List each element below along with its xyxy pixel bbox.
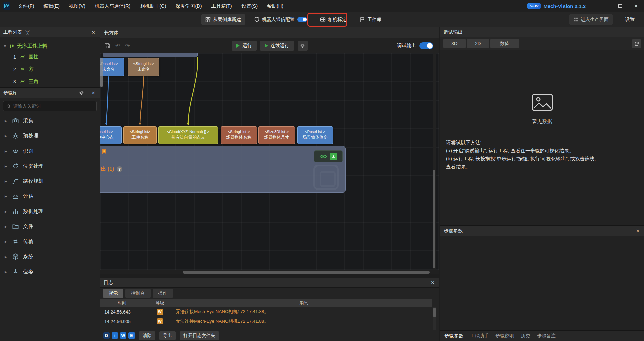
tab-history[interactable]: 历史 [521, 331, 530, 341]
menu-toolbox[interactable]: 工具箱(T) [207, 0, 237, 12]
filter-info-badge[interactable]: i [112, 332, 118, 339]
undo-icon[interactable]: ↶ [115, 42, 120, 49]
chevron-right-icon[interactable]: ▶ [5, 210, 8, 213]
gear-icon[interactable] [79, 90, 84, 95]
port-node-normal-cloud[interactable]: <Cloud(XYZ-Normal) [] > 带有法向量的点云 [158, 126, 218, 144]
robot-comm-toggle[interactable] [297, 17, 307, 22]
connection-line[interactable] [106, 76, 108, 123]
chevron-right-icon[interactable]: ▶ [5, 119, 8, 123]
clipped-node[interactable] [103, 53, 198, 57]
chevron-right-icon[interactable]: ▶ [5, 240, 8, 243]
filter-warning-badge[interactable]: W [120, 332, 126, 339]
project-item-triangle[interactable]: 3 三角 [0, 75, 100, 87]
chevron-down-icon[interactable]: ▼ [3, 44, 7, 48]
visualize-eye-icon[interactable] [320, 154, 327, 159]
port-node-workpiece-center[interactable]: <PoseList> 工件中心点 [100, 126, 122, 144]
project-item-cylinder[interactable]: 1 圆柱 [0, 51, 100, 63]
category-system[interactable]: ▶ 系统 [0, 249, 100, 264]
category-preprocess[interactable]: ▶ 预处理 [0, 128, 100, 144]
step-search-box[interactable] [3, 101, 97, 111]
canvas-horizontal-scrollbar[interactable] [100, 270, 439, 274]
scrollbar-thumb[interactable] [183, 271, 430, 274]
menu-camera-assist[interactable]: 相机助手(C) [135, 0, 171, 12]
scrollbar-thumb[interactable] [433, 170, 435, 268]
tab-project-assistant[interactable]: 工程助手 [470, 331, 489, 341]
continuous-run-button[interactable]: 连续运行 [260, 41, 294, 51]
run-settings-button[interactable] [298, 41, 308, 51]
settings-button[interactable]: 设置 [620, 14, 639, 25]
chevron-right-icon[interactable]: ▶ [5, 255, 8, 259]
log-tab-vision[interactable]: 视觉 [103, 289, 123, 298]
port-node-poselist-unnamed[interactable]: <PoseList> 未命名 [100, 58, 124, 76]
scrollbar-thumb[interactable] [433, 308, 436, 317]
canvas-vertical-scrollbar[interactable] [433, 53, 436, 270]
step-run-download-icon[interactable] [330, 153, 337, 160]
category-pose[interactable]: ▶ 位姿 [0, 264, 100, 279]
project-root-item[interactable]: ▼ 无序工件上料 [0, 37, 100, 51]
port-node-scene-object-name[interactable]: <StringList-> 场景物体名称 [221, 126, 257, 144]
category-capture[interactable]: ▶ 采集 [0, 113, 100, 128]
camera-calibration-button[interactable]: 相机标定 [316, 14, 351, 25]
help-icon[interactable]: ? [25, 30, 30, 35]
graph-tab-title[interactable]: 长方体 [100, 27, 439, 38]
help-icon[interactable]: ? [117, 166, 122, 172]
search-input[interactable] [13, 104, 87, 109]
log-tab-operation[interactable]: 操作 [153, 289, 173, 298]
log-row[interactable]: 14:24:56.643 W 无法连接Mech-Eye NANO相机172.17… [100, 307, 432, 317]
filter-debug-badge[interactable]: D [103, 332, 110, 339]
output-step-node[interactable]: 输出 (1) ? [100, 146, 346, 193]
connection-line[interactable] [188, 57, 198, 123]
graph-canvas[interactable]: <PoseList> 未命名 <StringList> 未命名 <PoseLis… [100, 53, 439, 270]
port-node-stringlist-unnamed[interactable]: <StringList> 未命名 [128, 58, 159, 76]
pop-out-button[interactable] [632, 39, 641, 48]
chevron-right-icon[interactable]: ▶ [5, 150, 8, 153]
log-scrollbar[interactable] [433, 307, 436, 330]
category-path-planning[interactable]: ▶ 路径规划 [0, 174, 100, 189]
category-data-process[interactable]: ▶ 数据处理 [0, 204, 100, 219]
menu-file[interactable]: 文件(F) [13, 0, 39, 12]
view-value-button[interactable]: 数值 [490, 39, 519, 48]
new-from-case-button[interactable]: 从案例库新建 [201, 14, 245, 25]
close-icon[interactable]: ✕ [430, 280, 436, 285]
redo-icon[interactable]: ↷ [125, 42, 130, 49]
maximize-button[interactable] [612, 0, 628, 12]
save-icon[interactable] [104, 43, 110, 49]
chevron-right-icon[interactable]: ▶ [5, 225, 8, 228]
minimize-button[interactable] [596, 0, 612, 12]
port-node-scene-object-size[interactable]: <Size3DList-> 场景物体尺寸 [258, 126, 295, 144]
tab-step-description[interactable]: 步骤说明 [495, 331, 514, 341]
chevron-right-icon[interactable]: ▶ [5, 165, 8, 168]
category-file[interactable]: ▶ 文件 [0, 219, 100, 234]
menu-settings[interactable]: 设置(S) [237, 0, 262, 12]
menu-view[interactable]: 视图(V) [64, 0, 90, 12]
port-node-workpiece-name[interactable]: <StringList> 工件名称 [123, 126, 157, 144]
filter-error-badge[interactable]: E [128, 332, 135, 339]
workpiece-library-button[interactable]: 工件库 [356, 14, 385, 25]
canvas-left-scrollbar[interactable] [100, 58, 103, 87]
close-icon[interactable]: ✕ [635, 228, 641, 234]
menu-deep-learning[interactable]: 深度学习(D) [171, 0, 206, 12]
close-icon[interactable]: ✕ [90, 30, 96, 35]
category-pose-process[interactable]: ▶ 位姿处理 [0, 159, 100, 174]
view-2d-button[interactable]: 2D [467, 39, 489, 48]
category-evaluate[interactable]: ▶ 评估 [0, 189, 100, 204]
project-item-square[interactable]: 2 方 [0, 63, 100, 75]
log-tab-console[interactable]: 控制台 [125, 289, 151, 298]
chevron-right-icon[interactable]: ▶ [5, 195, 8, 198]
view-3d-button[interactable]: 3D [443, 39, 466, 48]
category-recognize[interactable]: ▶ 识别 [0, 144, 100, 159]
enter-production-button[interactable]: 进入生产界面 [569, 14, 613, 25]
chevron-right-icon[interactable]: ▶ [5, 134, 8, 138]
robot-comm-config-button[interactable]: 机器人通信配置 [250, 14, 311, 25]
export-log-button[interactable]: 导出 [159, 331, 176, 340]
run-button[interactable]: 运行 [232, 41, 257, 51]
menu-edit[interactable]: 编辑(E) [39, 0, 64, 12]
port-node-scene-object-pose[interactable]: <PoseList-> 场景物体位姿 [297, 126, 333, 144]
chevron-right-icon[interactable]: ▶ [5, 180, 8, 183]
chevron-right-icon[interactable]: ▶ [5, 270, 8, 274]
tab-step-parameters[interactable]: 步骤参数 [444, 331, 463, 341]
menu-robot-comm[interactable]: 机器人与通信(R) [90, 0, 135, 12]
log-row[interactable]: 14:24:56.905 W 无法连接Mech-Eye NANO相机172.17… [100, 317, 432, 326]
clear-log-button[interactable]: 清除 [139, 331, 155, 340]
open-log-folder-button[interactable]: 打开日志文件夹 [180, 331, 219, 340]
